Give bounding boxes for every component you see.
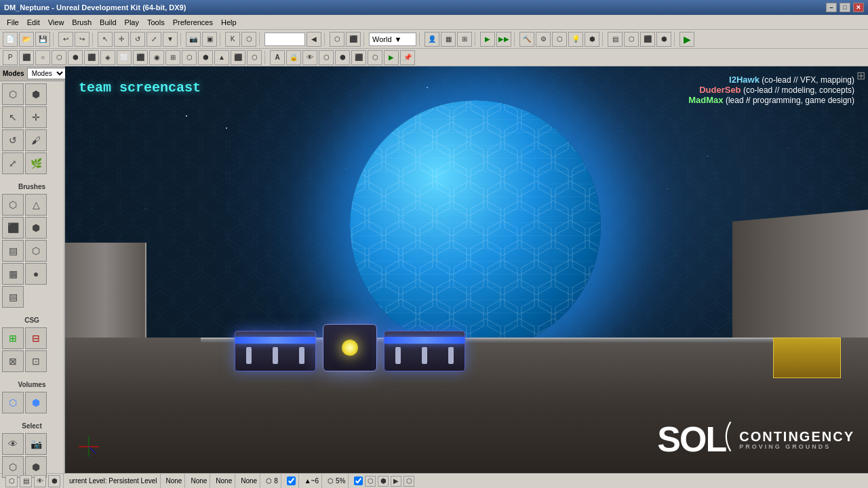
- sub-csg-btn[interactable]: ⊟: [25, 327, 47, 349]
- vol1-btn[interactable]: ⬡: [2, 392, 24, 413]
- cylinder-brush-btn[interactable]: ⬢: [25, 217, 47, 239]
- cube-brush-btn[interactable]: ⬡: [2, 194, 24, 216]
- rotate-nav-btn[interactable]: ↺: [2, 129, 24, 151]
- build4-btn[interactable]: 💡: [568, 32, 583, 47]
- menu-preferences[interactable]: Preferences: [169, 17, 217, 28]
- mode9-btn[interactable]: ⬛: [133, 50, 148, 65]
- grid-btn[interactable]: ▦: [441, 32, 456, 47]
- extra4-btn[interactable]: ⬢: [656, 32, 671, 47]
- detail-btn[interactable]: ⬡: [368, 50, 382, 65]
- check1[interactable]: [287, 476, 296, 485]
- brush-tool[interactable]: ▼: [163, 32, 178, 47]
- stop-btn[interactable]: ▶▶: [496, 32, 511, 47]
- mode7-btn[interactable]: ◈: [100, 50, 115, 65]
- plane-brush-btn[interactable]: ⬛: [2, 217, 24, 239]
- paint-btn[interactable]: 🖌: [25, 129, 47, 151]
- play2-btn[interactable]: ▶: [384, 50, 399, 65]
- scale-nav-btn[interactable]: ⤢: [2, 152, 24, 174]
- mode3-btn[interactable]: ○: [35, 50, 50, 65]
- add-csg-btn[interactable]: ⊞: [2, 327, 24, 349]
- extra3-btn[interactable]: ⬛: [640, 32, 655, 47]
- layer-mode-btn[interactable]: ⬢: [25, 83, 47, 105]
- camera-button[interactable]: 📷: [186, 32, 201, 47]
- eye-btn[interactable]: 👁: [302, 50, 317, 65]
- move-tool[interactable]: ✛: [114, 32, 129, 47]
- mode8-btn[interactable]: ⬜: [117, 50, 132, 65]
- A-btn[interactable]: A: [270, 50, 285, 65]
- status-extras-btn2[interactable]: ⬢: [378, 476, 389, 487]
- menu-edit[interactable]: Edit: [23, 17, 44, 28]
- menu-tools[interactable]: Tools: [143, 17, 169, 28]
- rotate-tool[interactable]: ↺: [130, 32, 145, 47]
- mode4-btn[interactable]: ⬡: [52, 50, 66, 65]
- pin-btn[interactable]: 📌: [400, 50, 415, 65]
- modes-dropdown[interactable]: Modes: [27, 68, 66, 79]
- menu-view[interactable]: View: [44, 17, 68, 28]
- terrain-btn[interactable]: ⬡: [330, 32, 344, 47]
- status-btn3[interactable]: 👁: [34, 475, 46, 487]
- mode16-btn[interactable]: ⬡: [247, 50, 262, 65]
- solid-btn[interactable]: ⬛: [351, 50, 366, 65]
- extra2-btn[interactable]: ⬡: [624, 32, 639, 47]
- scale-tool[interactable]: ⤢: [146, 32, 161, 47]
- cone-brush-btn[interactable]: △: [25, 194, 47, 216]
- mode10-btn[interactable]: ◉: [149, 50, 164, 65]
- status-extras-btn1[interactable]: ⬡: [365, 476, 376, 487]
- menu-brush[interactable]: Brush: [68, 17, 96, 28]
- minimize-button[interactable]: –: [826, 3, 837, 12]
- new-button[interactable]: 📄: [3, 32, 18, 47]
- redo-button[interactable]: ↪: [75, 32, 90, 47]
- sel1-btn[interactable]: 👁: [2, 433, 24, 455]
- status-btn4[interactable]: ⬢: [48, 475, 60, 487]
- menu-play[interactable]: Play: [121, 17, 143, 28]
- terrain-brush-btn[interactable]: ▤: [2, 286, 24, 308]
- mode15-btn[interactable]: ⬛: [231, 50, 245, 65]
- viewport[interactable]: team screencast I2Hawk (co-lead // VFX, …: [65, 66, 868, 473]
- stair-brush-btn[interactable]: ▤: [2, 240, 24, 262]
- status-extras-btn3[interactable]: ▶: [391, 476, 401, 487]
- viewport-mode-btn[interactable]: ⬡: [2, 83, 24, 105]
- lock-btn[interactable]: 🔒: [286, 50, 301, 65]
- mode6-btn[interactable]: ⬛: [84, 50, 99, 65]
- play-btn[interactable]: ▶: [480, 32, 495, 47]
- mode13-btn[interactable]: ⬢: [198, 50, 213, 65]
- extra1-btn[interactable]: ▤: [608, 32, 623, 47]
- transform-btn[interactable]: ✛: [25, 106, 47, 128]
- cursor-button[interactable]: K: [225, 32, 240, 47]
- open-button[interactable]: 📂: [19, 32, 34, 47]
- status-btn2[interactable]: ▤: [20, 475, 32, 487]
- mesh-btn[interactable]: ⬛: [346, 32, 361, 47]
- build3-btn[interactable]: ⬡: [552, 32, 567, 47]
- build5-btn[interactable]: ⬢: [585, 32, 599, 47]
- foliage-btn[interactable]: 🌿: [25, 152, 47, 174]
- check2[interactable]: [354, 476, 363, 485]
- mode12-btn[interactable]: ⬡: [182, 50, 197, 65]
- mode1-btn[interactable]: P: [3, 50, 18, 65]
- range-input[interactable]: [264, 33, 305, 46]
- menu-help[interactable]: Help: [217, 17, 241, 28]
- deintersect-btn[interactable]: ⊡: [25, 350, 47, 372]
- actor-btn[interactable]: 👤: [425, 32, 439, 47]
- wire-btn[interactable]: ⬢: [335, 50, 350, 65]
- close-button[interactable]: ✕: [853, 3, 864, 12]
- sel2-btn[interactable]: 📷: [25, 433, 47, 455]
- mode2-btn[interactable]: ⬛: [19, 50, 34, 65]
- mode5-btn[interactable]: ⬢: [68, 50, 83, 65]
- misc-button[interactable]: ⬡: [241, 32, 256, 47]
- viewport-button[interactable]: ▣: [202, 32, 217, 47]
- intersect-btn[interactable]: ⊠: [2, 350, 24, 372]
- play-big-btn[interactable]: ▶: [679, 32, 694, 47]
- restore-button[interactable]: □: [840, 3, 850, 12]
- vol2-btn[interactable]: ⬢: [25, 392, 47, 413]
- snap-btn[interactable]: ⊞: [457, 32, 472, 47]
- status-extras-btn4[interactable]: ⬡: [403, 476, 414, 487]
- ghost-btn[interactable]: ⬡: [319, 50, 334, 65]
- move-nav-btn[interactable]: ↖: [2, 106, 24, 128]
- status-btn1[interactable]: ⬡: [5, 475, 18, 487]
- select-tool[interactable]: ↖: [98, 32, 113, 47]
- build-btn[interactable]: 🔨: [519, 32, 534, 47]
- mode14-btn[interactable]: ▲: [214, 50, 229, 65]
- mode11-btn[interactable]: ⊞: [165, 50, 180, 65]
- world-dropdown[interactable]: World ▼: [369, 33, 416, 46]
- build2-btn[interactable]: ⚙: [536, 32, 551, 47]
